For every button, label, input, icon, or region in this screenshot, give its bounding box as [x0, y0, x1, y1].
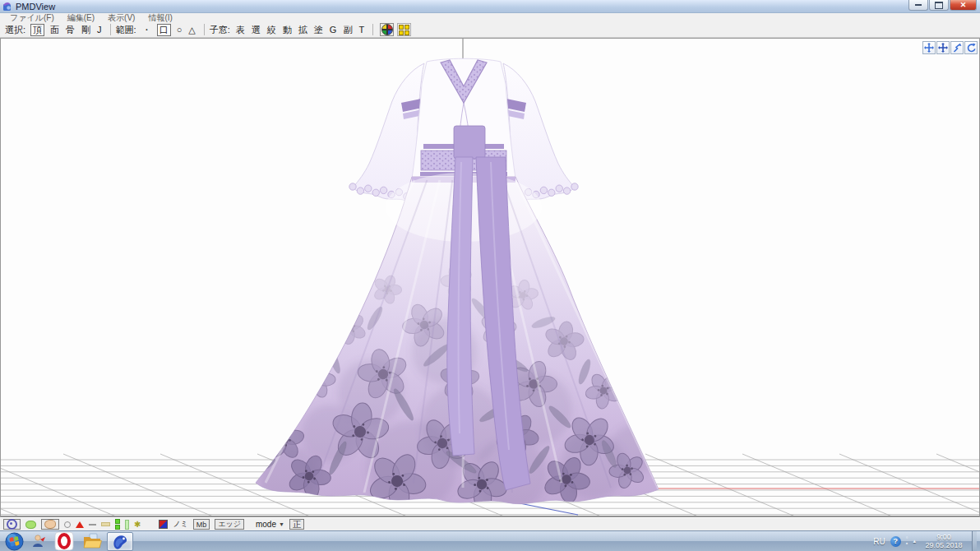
- folder-icon: [82, 531, 102, 551]
- axis-color-circle-icon: [381, 24, 393, 35]
- green-dots-icon[interactable]: [115, 519, 120, 530]
- opera-icon: [54, 531, 74, 551]
- skin-display-button[interactable]: [41, 519, 59, 530]
- pan-button[interactable]: [922, 41, 936, 54]
- select-rigid-button[interactable]: 剛: [81, 24, 90, 35]
- model-viewport[interactable]: [0, 38, 980, 517]
- pan-local-icon: [938, 43, 948, 53]
- system-tray: RU ? °▪ ▴ 9:00 29.05.2018: [873, 531, 980, 551]
- vertex-label: ノミ: [173, 519, 187, 530]
- mode-label: mode: [256, 520, 276, 529]
- minimize-button[interactable]: [908, 0, 928, 11]
- dress-model[interactable]: [251, 58, 668, 516]
- start-button[interactable]: [2, 532, 26, 551]
- range-mode-label: 範囲:: [116, 24, 136, 36]
- subwindow-select-button[interactable]: 選: [252, 24, 261, 35]
- menu-view[interactable]: 表示(V): [108, 13, 135, 22]
- axis-view-button[interactable]: [380, 23, 394, 36]
- select-joint-button[interactable]: J: [97, 24, 102, 35]
- range-triangle-button[interactable]: △: [188, 24, 195, 35]
- taskbar-clock[interactable]: 9:00 29.05.2018: [921, 533, 967, 549]
- subwindow-filter-button[interactable]: 絞: [267, 24, 276, 35]
- flower-star-icon[interactable]: ✱: [134, 521, 141, 529]
- windows-taskbar: RU ? °▪ ▴ 9:00 29.05.2018: [0, 530, 980, 551]
- tray-misc-icon[interactable]: °▪: [906, 537, 908, 545]
- subwindow-t-button[interactable]: T: [358, 24, 364, 35]
- select-bone-button[interactable]: 骨: [66, 24, 75, 35]
- taskbar-app-explorer[interactable]: [79, 532, 105, 551]
- red-triangle-icon[interactable]: [76, 521, 84, 528]
- chevron-down-icon: ▼: [279, 521, 284, 527]
- skin-blob-icon: [44, 520, 56, 529]
- close-button[interactable]: ✕: [950, 0, 977, 11]
- subwindow-sub-button[interactable]: 副: [343, 24, 352, 35]
- rotate-icon: [966, 43, 976, 53]
- help-tray-icon[interactable]: ?: [890, 536, 901, 547]
- menu-bar: ファイル(F) 編集(E) 表示(V) 情報(I): [0, 13, 980, 22]
- red-blue-square-icon[interactable]: [159, 520, 168, 529]
- subwindow-magnify-button[interactable]: 拡: [298, 24, 307, 35]
- center-view-button[interactable]: [3, 519, 21, 530]
- zoom-button[interactable]: [950, 41, 964, 54]
- gray-dash-icon[interactable]: [89, 524, 96, 526]
- quad-view-button[interactable]: [397, 23, 411, 36]
- menu-info[interactable]: 情報(I): [148, 13, 172, 22]
- select-face-button[interactable]: 面: [50, 24, 59, 35]
- window-titlebar: PMDView ✕: [0, 0, 980, 13]
- small-circle-icon[interactable]: [64, 521, 71, 528]
- pan-local-button[interactable]: [936, 41, 950, 54]
- subwindow-motion-button[interactable]: 動: [283, 24, 292, 35]
- pmdeditor-creature-icon: [111, 532, 130, 551]
- zoom-arrow-icon: [952, 43, 962, 53]
- language-indicator[interactable]: RU: [873, 537, 885, 546]
- rotate-button[interactable]: [964, 41, 978, 54]
- select-mode-label: 選択:: [5, 24, 25, 36]
- taskbar-app-opera[interactable]: [51, 532, 77, 551]
- window-title: PMDView: [16, 1, 55, 12]
- dress-model-scene: [1, 39, 979, 516]
- maximize-icon: [935, 2, 943, 9]
- menu-edit[interactable]: 編集(E): [67, 13, 95, 22]
- ribbon-knot: [454, 126, 485, 159]
- subwindow-g-button[interactable]: G: [330, 24, 337, 35]
- mb-toggle-button[interactable]: Mb: [193, 519, 210, 530]
- green-blob-icon[interactable]: [25, 521, 36, 529]
- show-desktop-button[interactable]: [972, 531, 977, 551]
- clock-date: 29.05.2018: [925, 541, 962, 549]
- menu-file[interactable]: ファイル(F): [10, 13, 54, 22]
- select-vertex-button[interactable]: 頂: [30, 24, 44, 36]
- edge-toggle-button[interactable]: エッジ: [215, 519, 244, 530]
- camera-controls: [922, 41, 978, 54]
- front-view-button[interactable]: 正: [289, 519, 304, 530]
- mode-dropdown[interactable]: mode ▼: [256, 520, 284, 529]
- green-bar-icon[interactable]: [125, 520, 129, 530]
- subwindow-paint-button[interactable]: 塗: [314, 24, 323, 35]
- subwindow-label: 子窓:: [210, 24, 230, 36]
- maximize-button[interactable]: [929, 0, 949, 11]
- subwindow-display-button[interactable]: 表: [236, 24, 245, 35]
- range-box-button[interactable]: 口: [157, 24, 171, 36]
- app-window-icon: [2, 2, 12, 12]
- clock-time: 9:00: [936, 533, 951, 541]
- close-icon: ✕: [960, 1, 967, 9]
- quad-grid-icon: [399, 25, 409, 35]
- person-app-icon: [31, 534, 46, 549]
- yellow-dash-icon[interactable]: [101, 522, 110, 526]
- taskbar-app-person[interactable]: [28, 532, 49, 551]
- windows-start-icon: [5, 532, 24, 551]
- target-icon: [7, 519, 17, 530]
- range-point-button[interactable]: ・: [142, 24, 151, 35]
- display-toolbar: ✱ ノミ Mb エッジ mode ▼ 正: [0, 517, 980, 530]
- selection-toolbar: 選択: 頂 面 骨 剛 J 範囲: ・ 口 ○ △ 子窓: 表 選 絞 動 拡 …: [0, 22, 980, 38]
- toolbar-separator: [110, 24, 111, 35]
- range-circle-button[interactable]: ○: [177, 24, 183, 35]
- taskbar-app-pmdeditor[interactable]: [107, 532, 133, 551]
- toolbar-separator: [204, 24, 205, 35]
- toolbar-separator: [372, 24, 373, 35]
- minimize-icon: [915, 4, 922, 6]
- hidden-icons-button[interactable]: ▴: [913, 538, 916, 544]
- pan-icon: [924, 43, 934, 53]
